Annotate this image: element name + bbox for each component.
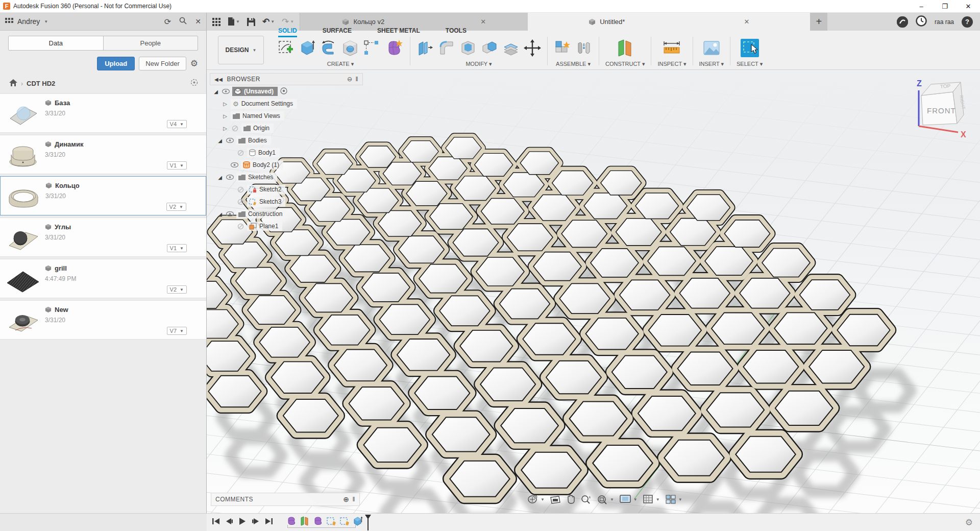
file-card-grill[interactable]: grill 4:47:49 PM V2▼ — [0, 259, 206, 298]
minimize-button[interactable]: – — [910, 0, 933, 12]
version-dropdown[interactable]: V1▼ — [167, 244, 187, 252]
visible-eye-icon[interactable] — [226, 211, 234, 216]
version-dropdown[interactable]: V2▼ — [166, 203, 186, 211]
timeline-form-feature-icon[interactable] — [313, 516, 323, 526]
browser-row-root[interactable]: ◢ (Unsaved) — [210, 85, 363, 98]
team-switcher[interactable]: Andrey ▼ — [17, 17, 48, 26]
group-label-select[interactable]: SELECT ▾ — [737, 61, 763, 67]
version-dropdown[interactable]: V2▼ — [167, 285, 187, 294]
close-panel-icon[interactable]: ✕ — [195, 17, 201, 26]
redo-icon[interactable]: ↷▼ — [279, 16, 297, 27]
timeline-plane-feature-icon[interactable] — [300, 516, 310, 526]
look-at-tool-icon[interactable] — [550, 495, 561, 504]
visible-eye-icon[interactable] — [230, 162, 238, 167]
move-copy-icon[interactable] — [524, 39, 541, 57]
timeline-extrude-feature-icon[interactable] — [353, 516, 363, 526]
grid-settings-icon[interactable]: ▼ — [643, 494, 660, 504]
group-label-modify[interactable]: MODIFY ▾ — [465, 61, 492, 67]
save-icon[interactable] — [244, 18, 258, 26]
group-label-create[interactable]: CREATE ▾ — [327, 61, 354, 67]
pattern-icon[interactable] — [363, 39, 380, 57]
timeline-position-marker[interactable] — [364, 515, 371, 530]
timeline-go-start-icon[interactable] — [212, 518, 220, 527]
group-label-construct[interactable]: CONSTRUCT ▾ — [605, 61, 645, 67]
hidden-icon[interactable] — [236, 199, 244, 205]
doc-tab-untitled[interactable]: Untitled* ✕ — [528, 13, 810, 31]
split-body-icon[interactable] — [502, 39, 520, 57]
add-comment-icon[interactable]: ⊕ — [343, 495, 349, 503]
home-icon[interactable] — [9, 79, 17, 88]
show-data-panel-icon[interactable] — [210, 18, 223, 26]
group-label-assemble[interactable]: ASSEMBLE ▾ — [556, 61, 591, 67]
browser-row-body1[interactable]: Body1 — [210, 147, 363, 159]
version-dropdown[interactable]: V1▼ — [167, 161, 187, 170]
timeline-track[interactable] — [287, 525, 356, 528]
pan-tool-icon[interactable] — [566, 494, 575, 504]
zoom-tool-icon[interactable]: ± — [580, 494, 592, 504]
model-viewport[interactable]: ◀◀ BROWSER ⊖‖ ◢ (Unsaved) ▷ ⚙ Document S… — [207, 70, 980, 513]
workspace-switcher[interactable]: DESIGN ▼ — [218, 36, 264, 64]
combine-icon[interactable] — [481, 39, 498, 57]
visible-eye-icon[interactable] — [222, 89, 230, 94]
browser-row-bodies[interactable]: ◢ Bodies — [210, 134, 363, 147]
browser-row-sketches[interactable]: ◢ Sketches — [210, 171, 363, 183]
browser-minus-icon[interactable]: ⊖ — [347, 76, 353, 83]
upload-button[interactable]: Upload — [97, 57, 135, 70]
browser-row-document-settings[interactable]: ▷ ⚙ Document Settings — [210, 98, 363, 110]
close-button[interactable]: ✕ — [957, 0, 980, 12]
hidden-icon[interactable] — [236, 150, 244, 156]
env-tab-sheet-metal[interactable]: SHEET METAL — [377, 27, 420, 37]
expand-icon[interactable]: ◢ — [217, 175, 223, 180]
timeline-settings-gear-icon[interactable]: ⚙ — [965, 517, 973, 528]
construct-plane-icon[interactable] — [616, 38, 635, 58]
help-icon[interactable]: ? — [962, 16, 973, 28]
create-form-icon[interactable] — [384, 38, 404, 58]
browser-row-sketch3[interactable]: Sketch3 — [210, 196, 363, 208]
expand-icon[interactable]: ◢ — [213, 89, 219, 94]
fillet-icon[interactable] — [438, 39, 455, 57]
timeline-sketch-feature-icon[interactable] — [326, 516, 336, 526]
press-pull-icon[interactable] — [416, 39, 434, 57]
hidden-icon[interactable] — [231, 125, 239, 132]
revolve-icon[interactable] — [320, 39, 337, 57]
expand-icon[interactable]: ◢ — [217, 138, 223, 143]
env-tab-tools[interactable]: TOOLS — [446, 27, 467, 37]
activate-radio-icon[interactable] — [280, 87, 287, 96]
env-tab-solid[interactable]: SOLID — [278, 27, 297, 37]
collapse-browser-icon[interactable]: ◀◀ — [214, 77, 223, 82]
display-settings-icon[interactable]: ▼ — [619, 494, 638, 504]
file-card-new[interactable]: New 3/31/20 V7▼ — [0, 300, 206, 340]
search-icon[interactable] — [179, 17, 187, 27]
browser-row-construction[interactable]: ◢ Construction — [210, 208, 363, 220]
expand-icon[interactable]: ▷ — [222, 101, 228, 107]
timeline-step-forward-icon[interactable] — [252, 518, 260, 527]
timeline-step-back-icon[interactable] — [225, 518, 233, 527]
new-folder-button[interactable]: New Folder — [139, 57, 186, 70]
comments-bar[interactable]: COMMENTS ⊕‖ — [211, 493, 360, 506]
file-card-kolco[interactable]: Кольцо 3/31/20 V2▼ — [0, 176, 206, 215]
hidden-icon[interactable] — [236, 223, 244, 230]
expand-icon[interactable]: ◢ — [217, 211, 223, 217]
refresh-icon[interactable]: ⟳ — [164, 17, 171, 27]
create-sketch-icon[interactable] — [277, 39, 295, 57]
group-label-insert[interactable]: INSERT ▾ — [699, 61, 724, 67]
comments-resize-handle[interactable]: ‖ — [353, 496, 355, 503]
tab-data[interactable]: Data — [9, 36, 103, 50]
env-tab-surface[interactable]: SURFACE — [323, 27, 352, 37]
group-label-inspect[interactable]: INSPECT ▾ — [657, 61, 686, 67]
hidden-icon[interactable] — [236, 186, 244, 193]
viewcube-body[interactable]: FRONT TOP RIGHT — [921, 82, 966, 125]
viewcube[interactable]: Z X FRONT TOP RIGHT — [904, 75, 971, 144]
breadcrumb-folder[interactable]: CDT HD2 — [27, 80, 55, 87]
file-card-dinamik[interactable]: Динамик 3/31/20 V1▼ — [0, 135, 206, 174]
timeline-go-end-icon[interactable] — [265, 518, 273, 527]
account-name[interactable]: raa raa — [935, 18, 954, 26]
undo-icon[interactable]: ↶▼ — [260, 16, 277, 27]
version-dropdown[interactable]: V7▼ — [167, 327, 187, 335]
viewports-icon[interactable]: ▼ — [665, 494, 682, 504]
orbit-tool-icon[interactable]: ▼ — [527, 494, 545, 504]
extension-manager-icon[interactable] — [897, 16, 908, 28]
select-tool-icon[interactable] — [741, 39, 759, 57]
measure-icon[interactable] — [662, 38, 681, 58]
version-dropdown[interactable]: V4▼ — [167, 120, 187, 128]
